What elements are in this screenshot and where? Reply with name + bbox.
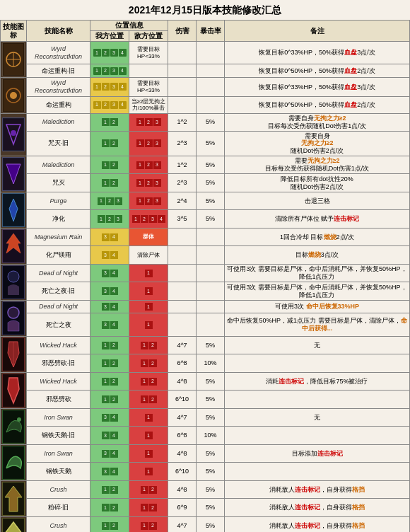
crit bbox=[197, 228, 225, 246]
crit: 5% bbox=[197, 499, 225, 517]
my-pos: 3 4 bbox=[90, 282, 129, 301]
table-row: 粉碎·旧 1 2 1 2 6^9 5% 消耗敌人连击标记，自身获得格挡 bbox=[1, 499, 410, 517]
skill-name-en: Wicked Hack bbox=[27, 372, 90, 391]
crit: 10% bbox=[197, 354, 225, 373]
note: 恢复目标0^33%HP，50%获得血盘3点/次 bbox=[225, 78, 410, 97]
table-row: Purge 1 2 3 1 2 3 2^4 5% 击退三格 bbox=[1, 192, 410, 210]
dmg: 1^2 bbox=[168, 114, 197, 132]
table-row: Iron Swan 3 4 1 4^7 5% 无 bbox=[1, 408, 410, 427]
crit: 5% bbox=[197, 372, 225, 391]
enemy-pos: 1 bbox=[129, 313, 168, 337]
skill-name-cn: 命运重构·旧 bbox=[27, 64, 90, 78]
my-pos: 1 2 bbox=[90, 391, 129, 409]
crit bbox=[197, 78, 225, 97]
enemy-pos: 需要目标HP<33% bbox=[129, 42, 168, 64]
enemy-pos: 1 bbox=[129, 444, 168, 463]
my-pos: 1 2 bbox=[90, 336, 129, 354]
skill-name-cn: 化尸镁雨 bbox=[27, 246, 90, 265]
crit: 5% bbox=[197, 391, 225, 409]
note: 恢复目标0^50%HP，50%获得血盘2点/次 bbox=[225, 64, 410, 78]
svg-point-18 bbox=[17, 417, 21, 422]
my-pos: 3 4 bbox=[90, 408, 129, 427]
my-pos: 3 4 bbox=[90, 228, 129, 246]
dmg: 6^9 bbox=[168, 499, 197, 517]
enemy-pos: 1 2 3 4 bbox=[129, 210, 168, 229]
table-row: 死亡之夜·旧 3 4 1 可使用3次 需要目标是尸体，命中后消耗尸体，并恢复50… bbox=[1, 282, 410, 301]
skill-name-cn: 邪恶劈砍·旧 bbox=[27, 354, 90, 373]
skill-name-en: Wyrd Reconstructktion bbox=[27, 78, 90, 97]
enemy-pos: 1 bbox=[129, 264, 168, 282]
skill-name-en: Iron Swan bbox=[27, 408, 90, 427]
svg-point-6 bbox=[11, 130, 16, 136]
table-row: 邪恶劈砍 1 2 1 2 6^10 5% bbox=[1, 391, 410, 409]
skill-icon bbox=[1, 156, 27, 192]
skill-icon bbox=[1, 336, 27, 372]
dmg: 2^3 bbox=[168, 131, 197, 156]
note: 消耗敌人连击标记，自身获得格挡 bbox=[225, 480, 410, 499]
dmg: 2^4 bbox=[168, 192, 197, 210]
skill-name-cn: 咒灭 bbox=[27, 174, 90, 192]
skill-name-cn: 钢铁天鹅·旧 bbox=[27, 427, 90, 445]
my-pos: 3 4 bbox=[90, 246, 129, 265]
my-pos: 1 2 3 4 bbox=[90, 78, 129, 97]
note: 无 bbox=[225, 408, 410, 427]
crit: 5% bbox=[197, 210, 225, 229]
skill-icon bbox=[1, 264, 27, 300]
enemy-pos: 1 2 bbox=[129, 354, 168, 373]
crit bbox=[197, 96, 225, 113]
enemy-pos: 需要目标HP<33% bbox=[129, 78, 168, 97]
note: 降低目标所有dot抗性20%随机Dot伤害2点/次 bbox=[225, 174, 410, 192]
note: 恢复目标0^50%HP，50%获得血盘2点/次 bbox=[225, 96, 410, 113]
enemy-pos: 1 2 3 bbox=[129, 156, 168, 174]
crit bbox=[197, 313, 225, 337]
my-pos: 1 2 bbox=[90, 372, 129, 391]
dmg: 1^2 bbox=[168, 156, 197, 174]
table-row: Wicked Hack 1 2 1 2 4^8 5% 消耗连击标记，降低目标75… bbox=[1, 372, 410, 391]
skill-name-cn: 咒灭·旧 bbox=[27, 131, 90, 156]
svg-point-11 bbox=[8, 271, 19, 282]
note: 消耗敌人连击标记，自身获得格挡 bbox=[225, 516, 410, 532]
skill-name-en: Dead of Night bbox=[27, 264, 90, 282]
my-pos: 3 4 bbox=[90, 313, 129, 337]
crit bbox=[197, 282, 225, 301]
dmg: 4^7 bbox=[168, 516, 197, 532]
my-pos: 3 4 bbox=[90, 427, 129, 445]
dmg bbox=[168, 313, 197, 337]
table-row: Malediction 1 2 1 2 3 1^2 5% 需要自身无拘之力≥2目… bbox=[1, 114, 410, 132]
my-pos: 1 2 bbox=[90, 131, 129, 156]
note bbox=[225, 463, 410, 481]
skill-icon bbox=[1, 42, 27, 78]
table-row: Magnesium Rain 3 4 群体 1回合冷却 目标燃烧2点/次 bbox=[1, 228, 410, 246]
enemy-pos: 1 bbox=[129, 463, 168, 481]
skill-name-cn: 死亡之夜·旧 bbox=[27, 282, 90, 301]
table-row: Crush 1 2 1 2 4^7 5% 消耗敌人连击标记，自身获得格挡 bbox=[1, 516, 410, 532]
dmg bbox=[168, 246, 197, 265]
note: 命中后恢复50%HP，减1点压力 需要目标是尸体，清除尸体，命中后获得... bbox=[225, 313, 410, 337]
skill-icon bbox=[1, 444, 27, 480]
enemy-pos: 1 2 3 bbox=[129, 192, 168, 210]
crit: 5% bbox=[197, 192, 225, 210]
note: 需要自身无拘之力≥2目标每次受伤获随机Dot伤害1点/次 bbox=[225, 114, 410, 132]
enemy-pos: 1 2 bbox=[129, 480, 168, 499]
table-row: Wyrd Reconstructktion 1 2 3 4 需要目标HP<33%… bbox=[1, 42, 410, 64]
note: 消耗连击标记，降低目标75%被治疗 bbox=[225, 372, 410, 391]
enemy-pos: 1 2 bbox=[129, 516, 168, 532]
header-crit: 暴击率 bbox=[197, 21, 225, 42]
enemy-pos: 1 2 bbox=[129, 336, 168, 354]
note: 可使用3次 需要目标是尸体，命中后消耗尸体，并恢复50%HP，降低1点压力 bbox=[225, 264, 410, 282]
dmg bbox=[168, 78, 197, 97]
enemy-pos: 1 bbox=[129, 408, 168, 427]
skill-name-en: Wyrd Reconstructktion bbox=[27, 42, 90, 64]
table-row: 咒灭·旧 1 2 1 2 3 2^3 5% 需要自身无拘之力≥2随机Dot伤害2… bbox=[1, 131, 410, 156]
page-title: 2021年12月15日版本技能修改汇总 bbox=[0, 0, 410, 20]
crit: 5% bbox=[197, 480, 225, 499]
enemy-pos: 1 bbox=[129, 282, 168, 301]
table-row: 邪恶劈砍·旧 1 2 1 2 6^8 10% bbox=[1, 354, 410, 373]
skill-name-en: Malediction bbox=[27, 114, 90, 132]
skill-name-cn: 粉碎·旧 bbox=[27, 499, 90, 517]
my-pos: 3 4 bbox=[90, 300, 129, 313]
crit: 5% bbox=[197, 156, 225, 174]
dmg: 4^8 bbox=[168, 444, 197, 463]
crit bbox=[197, 42, 225, 64]
my-pos: 1 2 3 4 bbox=[90, 96, 129, 113]
